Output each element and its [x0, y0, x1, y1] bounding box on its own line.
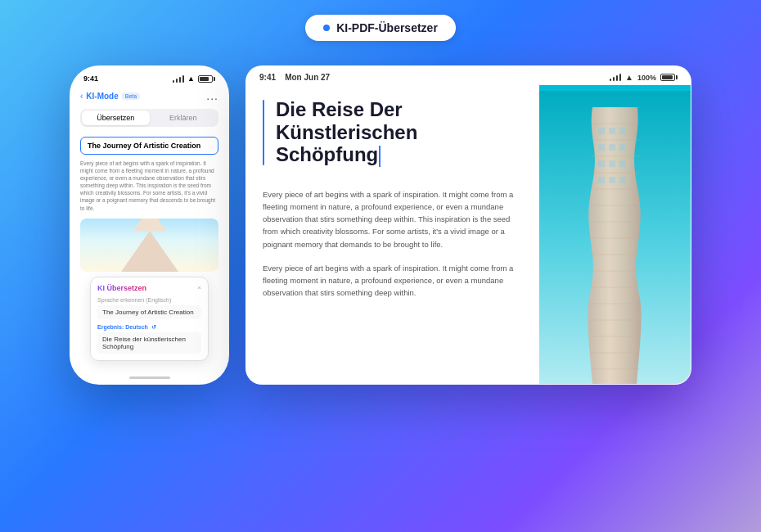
- translate-lang-label: Sprache erkennen (Englisch): [97, 297, 201, 303]
- tablet-signal-icon: [610, 74, 622, 81]
- translate-close-button[interactable]: ×: [197, 284, 201, 291]
- devices-container: 9:41 ▲ ‹ KI-M: [70, 65, 691, 385]
- phone-article-image: [80, 219, 218, 272]
- signal-icon: [173, 75, 185, 83]
- svg-rect-18: [609, 128, 615, 134]
- translate-input-text: The Journey of Artistic Creation: [97, 305, 201, 319]
- svg-rect-20: [598, 144, 605, 151]
- phone-nav-left[interactable]: ‹ KI-Mode Beta: [80, 92, 140, 101]
- translate-popup-title: KI Übersetzen: [97, 284, 146, 292]
- phone-body-text: Every piece of art begins with a spark o…: [80, 160, 218, 212]
- text-cursor-icon: [379, 146, 380, 167]
- svg-rect-17: [598, 128, 605, 134]
- tablet-blue-accent-line: [263, 100, 264, 165]
- phone-status-right: ▲: [173, 74, 215, 83]
- svg-rect-21: [609, 144, 615, 151]
- more-options-icon[interactable]: ...: [206, 89, 218, 102]
- building-svg: [539, 91, 691, 384]
- phone-nav: ‹ KI-Mode Beta ...: [70, 86, 228, 106]
- tablet-text-area: Die Reise Der Künstlerischen Schöpfung E…: [246, 85, 539, 384]
- tablet-battery-icon: [660, 74, 678, 81]
- tablet-body-paragraph-2: Every piece of art begins with a spark o…: [263, 262, 523, 300]
- back-chevron-icon: ‹: [80, 92, 83, 101]
- svg-rect-28: [619, 177, 626, 183]
- phone-title-box: The Journey Of Artistic Creation: [80, 137, 218, 155]
- svg-rect-22: [619, 144, 626, 151]
- translate-result-lang: Deutsch: [125, 324, 148, 330]
- tablet-mockup: 9:41 Mon Jun 27 ▲ 100%: [245, 65, 691, 385]
- tablet-content: Die Reise Der Künstlerischen Schöpfung E…: [246, 85, 691, 384]
- phone-home-indicator: [129, 376, 170, 379]
- tab-translate[interactable]: Übersetzen: [82, 110, 150, 125]
- tablet-status-right: ▲ 100%: [610, 73, 678, 82]
- svg-rect-25: [619, 160, 626, 167]
- phone-mountain-shape: [121, 231, 178, 272]
- translate-result-text: Die Reise der künstlerischen Schöpfung: [97, 332, 201, 354]
- svg-rect-24: [609, 160, 615, 167]
- tablet-article-title: Die Reise Der Künstlerischen Schöpfung: [276, 98, 523, 167]
- tab-explain[interactable]: Erklären: [150, 110, 218, 125]
- svg-rect-26: [598, 177, 605, 183]
- badge-label: KI-PDF-Übersetzer: [336, 21, 438, 34]
- phone-mockup: 9:41 ▲ ‹ KI-M: [70, 65, 229, 385]
- tablet-time: 9:41 Mon Jun 27: [259, 73, 330, 82]
- translate-popup-header: KI Übersetzen ×: [97, 284, 201, 292]
- svg-rect-23: [598, 160, 605, 167]
- ki-mode-badge: Beta: [122, 92, 140, 100]
- tablet-body-paragraph-1: Every piece of art begins with a spark o…: [263, 188, 523, 250]
- phone-status-bar: 9:41 ▲: [70, 66, 228, 86]
- tablet-article-image: [539, 85, 691, 384]
- phone-nav-title: KI-Mode: [86, 92, 118, 101]
- phone-time: 9:41: [83, 74, 98, 83]
- wifi-icon: ▲: [187, 74, 195, 83]
- badge-dot: [323, 25, 330, 31]
- tablet-wifi-icon: ▲: [625, 73, 633, 82]
- app-badge: KI-PDF-Übersetzer: [305, 15, 456, 41]
- tablet-status-bar: 9:41 Mon Jun 27 ▲ 100%: [246, 66, 691, 85]
- svg-rect-19: [619, 128, 626, 134]
- phone-tabs: Übersetzen Erklären: [80, 109, 218, 127]
- tablet-image-area: [539, 85, 691, 384]
- translate-refresh-icon[interactable]: ↺: [151, 324, 156, 330]
- translate-result-label: Ergebnis: Deutsch ↺: [97, 324, 201, 331]
- translate-popup: KI Übersetzen × Sprache erkennen (Englis…: [90, 277, 209, 361]
- battery-icon: [198, 75, 215, 83]
- tablet-battery-pct: 100%: [637, 74, 656, 82]
- phone-content: The Journey Of Artistic Creation Every p…: [70, 130, 228, 369]
- phone-article-title: The Journey Of Artistic Creation: [88, 142, 200, 150]
- svg-rect-27: [609, 177, 615, 183]
